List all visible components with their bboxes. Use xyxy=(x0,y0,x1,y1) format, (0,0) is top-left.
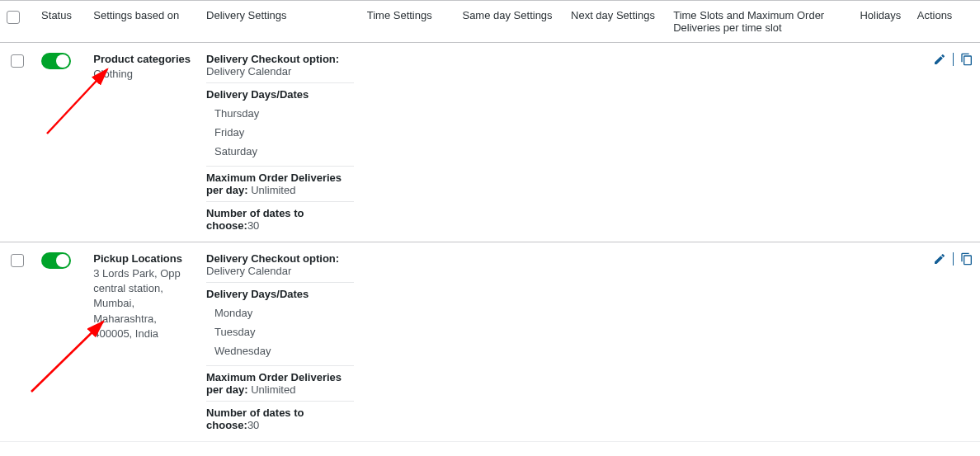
basis-title: Product categories xyxy=(93,53,193,65)
copy-icon[interactable] xyxy=(960,53,973,66)
delivery-day: Tuesday xyxy=(214,322,354,341)
actions-cell xyxy=(917,53,973,66)
actions-cell xyxy=(917,252,973,266)
action-divider xyxy=(953,53,954,66)
table-row: Pickup Locations3 Lords Park, Opp centra… xyxy=(0,242,980,442)
header-nextday: Next day Settings xyxy=(564,1,667,43)
delivery-days-label: Delivery Days/Dates xyxy=(206,88,309,101)
basis-title: Pickup Locations xyxy=(93,252,193,265)
delivery-days-label: Delivery Days/Dates xyxy=(206,288,309,300)
header-sameday: Same day Settings xyxy=(455,1,564,43)
delivery-day: Wednesday xyxy=(214,341,354,360)
header-checkbox-cell xyxy=(0,1,35,43)
delivery-day: Saturday xyxy=(214,142,354,161)
delivery-checkout-label: Delivery Checkout option: xyxy=(206,53,339,65)
delivery-settings-table: Status Settings based on Delivery Settin… xyxy=(0,0,980,442)
header-delivery: Delivery Settings xyxy=(200,1,360,43)
delivery-day: Friday xyxy=(214,123,354,142)
delivery-checkout-value: Delivery Calendar xyxy=(206,265,291,277)
row-checkbox[interactable] xyxy=(11,254,24,267)
action-divider xyxy=(953,252,954,266)
delivery-day: Thursday xyxy=(214,104,354,123)
copy-icon[interactable] xyxy=(960,252,973,266)
status-toggle[interactable] xyxy=(41,53,71,69)
edit-icon[interactable] xyxy=(933,53,946,66)
edit-icon[interactable] xyxy=(933,252,946,266)
header-basis: Settings based on xyxy=(87,1,200,43)
select-all-checkbox[interactable] xyxy=(7,11,20,24)
max-per-day-value: Unlimited xyxy=(251,184,295,196)
table-row: Product categoriesClothingDelivery Check… xyxy=(0,43,980,242)
num-dates-value: 30 xyxy=(247,219,259,232)
basis-sub: 3 Lords Park, Opp central station, Mumba… xyxy=(93,266,193,341)
max-per-day-value: Unlimited xyxy=(251,383,295,396)
header-slots: Time Slots and Maximum Order Deliveries … xyxy=(667,1,853,43)
delivery-day: Monday xyxy=(214,303,354,322)
basis-sub: Clothing xyxy=(93,67,193,82)
row-checkbox[interactable] xyxy=(11,54,24,68)
header-actions: Actions xyxy=(911,1,980,43)
delivery-checkout-label: Delivery Checkout option: xyxy=(206,252,339,265)
status-toggle[interactable] xyxy=(41,252,71,269)
delivery-settings-cell: Delivery Checkout option:Delivery Calend… xyxy=(200,242,360,442)
header-time: Time Settings xyxy=(360,1,456,43)
header-status: Status xyxy=(35,1,87,43)
delivery-checkout-value: Delivery Calendar xyxy=(206,65,291,78)
delivery-settings-cell: Delivery Checkout option:Delivery Calend… xyxy=(200,43,360,242)
num-dates-value: 30 xyxy=(247,419,259,431)
header-holidays: Holidays xyxy=(853,1,910,43)
